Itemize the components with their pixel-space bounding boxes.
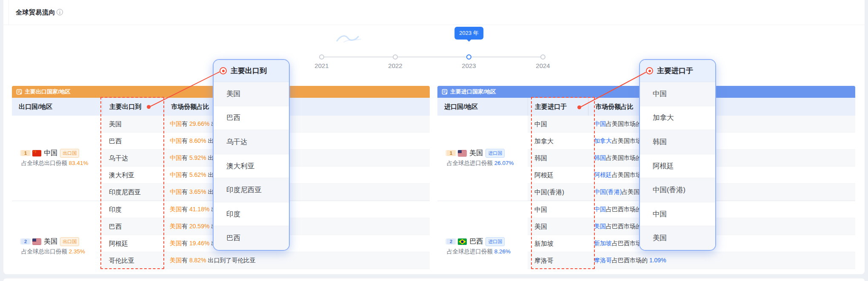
popup-list: 美国 巴西 乌干达 澳大利亚 印度尼西亚 印度 巴西 bbox=[214, 82, 289, 250]
col-importer: 进口国/地区 bbox=[437, 98, 528, 116]
role-badge: 出口国 bbox=[60, 237, 79, 246]
role-badge: 出口国 bbox=[60, 149, 79, 158]
year-dot-2021[interactable] bbox=[319, 54, 324, 60]
clipboard-icon bbox=[16, 89, 22, 95]
country-name: 中国 bbox=[44, 149, 57, 158]
col-market-share: 市场份额占比 bbox=[588, 98, 855, 116]
col-export-to: 主要出口到 bbox=[102, 98, 164, 116]
global-share: 占全球总进口份额 8.26% bbox=[447, 248, 528, 255]
popup-item[interactable]: 乌干达 bbox=[214, 130, 289, 154]
page-title: 全球贸易流向 bbox=[16, 9, 55, 17]
rank-badge: 2 bbox=[21, 238, 30, 244]
popup-item[interactable]: 澳大利亚 bbox=[214, 154, 289, 178]
popup-item[interactable]: 中国(香港) bbox=[640, 178, 715, 202]
global-share: 占全球总出口份额 2.35% bbox=[21, 248, 102, 255]
target-dot-icon bbox=[220, 67, 227, 74]
popup-item[interactable]: 韩国 bbox=[640, 130, 715, 154]
popup-item[interactable]: 巴西 bbox=[214, 106, 289, 130]
china-flag-icon bbox=[32, 150, 41, 156]
popup-list: 中国 加拿大 韩国 阿根廷 中国(香港) 中国 美国 bbox=[640, 82, 715, 250]
year-dot-2024[interactable] bbox=[540, 54, 545, 60]
popup-item[interactable]: 巴西 bbox=[214, 226, 289, 250]
brazil-flag-icon bbox=[458, 238, 467, 245]
import-section-title: 主要进口国家/地区 bbox=[450, 88, 496, 96]
clipboard-icon bbox=[442, 89, 448, 95]
trade-flow-page: 全球贸易流向 2021 2022 2023 2024 2023 年 主要出口国家… bbox=[0, 0, 868, 281]
rank-badge: 1 bbox=[21, 150, 30, 156]
global-share: 占全球总出口份额 83.41% bbox=[21, 159, 102, 167]
year-slider-track[interactable] bbox=[322, 57, 543, 57]
col-market-share: 市场份额占比 bbox=[164, 98, 430, 116]
year-dot-2023-active[interactable] bbox=[466, 54, 471, 60]
year-label[interactable]: 2021 bbox=[305, 62, 339, 69]
exporter-cell-usa: 2 美国 出口国 占全球总出口份额 2.35% bbox=[12, 201, 102, 269]
role-badge: 进口国 bbox=[485, 149, 505, 158]
target-dot-icon bbox=[646, 67, 653, 74]
global-share: 占全球总进口份额 26.07% bbox=[447, 159, 528, 167]
callout-anchor-dot bbox=[577, 105, 581, 109]
popup-item[interactable]: 美国 bbox=[214, 82, 289, 106]
exporter-cell-china: 1 中国 出口国 占全球总出口份额 83.41% bbox=[12, 116, 102, 201]
export-to-popup: 主要出口到 美国 巴西 乌干达 澳大利亚 印度尼西亚 印度 巴西 bbox=[213, 59, 290, 251]
popup-item[interactable]: 加拿大 bbox=[640, 106, 715, 130]
importer-cell-usa: 1 美国 进口国 占全球总进口份额 26.07% bbox=[437, 116, 528, 201]
watermark-smudge bbox=[335, 33, 365, 44]
country-name: 美国 bbox=[469, 149, 483, 158]
export-section-title: 主要出口国家/地区 bbox=[25, 88, 71, 96]
popup-item[interactable]: 美国 bbox=[640, 226, 715, 250]
year-label[interactable]: 2023 bbox=[452, 62, 486, 69]
callout-anchor-dot bbox=[147, 105, 151, 109]
popup-item[interactable]: 印度 bbox=[214, 202, 289, 226]
col-exporter: 出口国/地区 bbox=[12, 98, 102, 116]
year-tooltip: 2023 年 bbox=[454, 27, 483, 40]
usa-flag-icon bbox=[32, 238, 41, 245]
table-row[interactable]: 摩洛哥摩洛哥占巴西市场的 1.09% bbox=[528, 252, 855, 269]
info-icon[interactable] bbox=[57, 9, 63, 15]
import-from-popup: 主要进口于 中国 加拿大 韩国 阿根廷 中国(香港) 中国 美国 bbox=[639, 59, 716, 251]
year-label[interactable]: 2022 bbox=[378, 62, 412, 69]
role-badge: 进口国 bbox=[485, 237, 505, 246]
next-card-edge bbox=[3, 278, 865, 281]
divider bbox=[9, 0, 9, 25]
divider bbox=[3, 25, 865, 25]
rank-badge: 1 bbox=[447, 150, 455, 156]
popup-item[interactable]: 中国 bbox=[640, 82, 715, 106]
usa-flag-icon bbox=[458, 150, 467, 156]
country-name: 美国 bbox=[44, 237, 57, 246]
table-row[interactable]: 哥伦比亚美国有 8.82% 出口到了哥伦比亚 bbox=[102, 252, 430, 269]
year-label[interactable]: 2024 bbox=[526, 62, 560, 69]
popup-item[interactable]: 阿根廷 bbox=[640, 154, 715, 178]
importer-cell-brazil: 2 巴西 进口国 占全球总进口份额 8.26% bbox=[437, 201, 528, 269]
rank-badge: 2 bbox=[447, 238, 455, 244]
popup-item[interactable]: 中国 bbox=[640, 202, 715, 226]
year-dot-2022[interactable] bbox=[393, 54, 398, 60]
popup-item[interactable]: 印度尼西亚 bbox=[214, 178, 289, 202]
country-name: 巴西 bbox=[469, 237, 483, 246]
